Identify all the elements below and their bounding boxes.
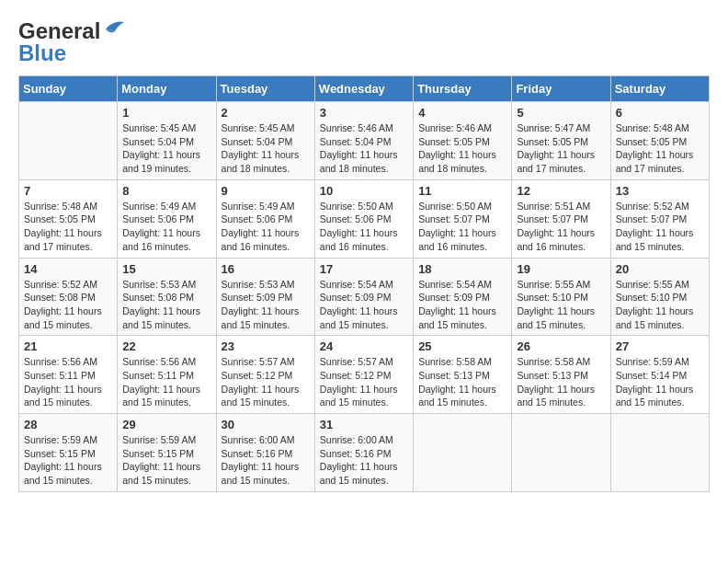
calendar-cell: 30Sunrise: 6:00 AM Sunset: 5:16 PM Dayli… bbox=[216, 414, 314, 492]
cell-info: Sunrise: 5:51 AM Sunset: 5:07 PM Dayligh… bbox=[517, 200, 605, 254]
calendar-cell bbox=[19, 102, 118, 180]
calendar-header-tuesday: Tuesday bbox=[216, 76, 314, 102]
calendar-cell: 24Sunrise: 5:57 AM Sunset: 5:12 PM Dayli… bbox=[314, 336, 413, 414]
day-number: 14 bbox=[24, 262, 112, 276]
cell-info: Sunrise: 5:53 AM Sunset: 5:08 PM Dayligh… bbox=[122, 278, 210, 332]
cell-info: Sunrise: 5:59 AM Sunset: 5:14 PM Dayligh… bbox=[616, 355, 704, 409]
day-number: 19 bbox=[517, 262, 605, 276]
day-number: 15 bbox=[122, 262, 210, 276]
cell-info: Sunrise: 5:45 AM Sunset: 5:04 PM Dayligh… bbox=[222, 121, 310, 176]
calendar-cell: 5Sunrise: 5:47 AM Sunset: 5:05 PM Daylig… bbox=[512, 102, 610, 180]
cell-info: Sunrise: 5:55 AM Sunset: 5:10 PM Dayligh… bbox=[517, 278, 605, 332]
day-number: 6 bbox=[616, 106, 704, 120]
cell-info: Sunrise: 5:50 AM Sunset: 5:07 PM Dayligh… bbox=[418, 200, 506, 254]
logo-bird-icon bbox=[102, 17, 128, 37]
cell-info: Sunrise: 5:49 AM Sunset: 5:06 PM Dayligh… bbox=[122, 200, 210, 254]
day-number: 16 bbox=[222, 262, 310, 276]
day-number: 25 bbox=[418, 339, 506, 353]
calendar-cell: 10Sunrise: 5:50 AM Sunset: 5:06 PM Dayli… bbox=[314, 179, 413, 258]
day-number: 24 bbox=[320, 339, 408, 353]
cell-info: Sunrise: 5:46 AM Sunset: 5:05 PM Dayligh… bbox=[418, 121, 506, 176]
calendar-cell: 16Sunrise: 5:53 AM Sunset: 5:09 PM Dayli… bbox=[216, 258, 314, 336]
day-number: 4 bbox=[418, 106, 506, 120]
calendar-cell: 2Sunrise: 5:45 AM Sunset: 5:04 PM Daylig… bbox=[216, 102, 314, 180]
calendar-cell: 22Sunrise: 5:56 AM Sunset: 5:11 PM Dayli… bbox=[118, 336, 216, 414]
day-number: 20 bbox=[616, 262, 704, 276]
day-number: 23 bbox=[222, 339, 310, 353]
calendar-cell: 9Sunrise: 5:49 AM Sunset: 5:06 PM Daylig… bbox=[216, 179, 314, 258]
cell-info: Sunrise: 6:00 AM Sunset: 5:16 PM Dayligh… bbox=[320, 433, 408, 488]
calendar-cell: 13Sunrise: 5:52 AM Sunset: 5:07 PM Dayli… bbox=[610, 179, 709, 258]
cell-info: Sunrise: 5:59 AM Sunset: 5:15 PM Dayligh… bbox=[122, 433, 210, 488]
calendar-cell: 25Sunrise: 5:58 AM Sunset: 5:13 PM Dayli… bbox=[414, 336, 512, 414]
calendar-cell: 8Sunrise: 5:49 AM Sunset: 5:06 PM Daylig… bbox=[118, 179, 216, 258]
calendar-cell: 15Sunrise: 5:53 AM Sunset: 5:08 PM Dayli… bbox=[118, 258, 216, 336]
cell-info: Sunrise: 5:54 AM Sunset: 5:09 PM Dayligh… bbox=[320, 278, 408, 332]
day-number: 28 bbox=[24, 418, 112, 431]
logo: General Blue bbox=[18, 18, 128, 66]
calendar-cell: 11Sunrise: 5:50 AM Sunset: 5:07 PM Dayli… bbox=[414, 179, 512, 258]
calendar-header-friday: Friday bbox=[512, 76, 610, 102]
calendar-table: SundayMondayTuesdayWednesdayThursdayFrid… bbox=[18, 75, 710, 492]
calendar-cell: 18Sunrise: 5:54 AM Sunset: 5:09 PM Dayli… bbox=[414, 258, 512, 336]
cell-info: Sunrise: 5:48 AM Sunset: 5:05 PM Dayligh… bbox=[24, 200, 112, 254]
calendar-cell: 3Sunrise: 5:46 AM Sunset: 5:04 PM Daylig… bbox=[314, 102, 413, 180]
cell-info: Sunrise: 5:52 AM Sunset: 5:08 PM Dayligh… bbox=[24, 278, 112, 332]
day-number: 1 bbox=[122, 106, 210, 120]
calendar-cell bbox=[512, 414, 610, 492]
calendar-cell: 27Sunrise: 5:59 AM Sunset: 5:14 PM Dayli… bbox=[610, 336, 709, 414]
calendar-header-row: SundayMondayTuesdayWednesdayThursdayFrid… bbox=[19, 76, 710, 102]
cell-info: Sunrise: 5:55 AM Sunset: 5:10 PM Dayligh… bbox=[616, 278, 704, 332]
calendar-week-row: 14Sunrise: 5:52 AM Sunset: 5:08 PM Dayli… bbox=[19, 258, 710, 336]
day-number: 27 bbox=[616, 339, 704, 353]
cell-info: Sunrise: 5:53 AM Sunset: 5:09 PM Dayligh… bbox=[222, 278, 310, 332]
day-number: 8 bbox=[122, 184, 210, 198]
calendar-cell: 28Sunrise: 5:59 AM Sunset: 5:15 PM Dayli… bbox=[19, 414, 118, 492]
day-number: 7 bbox=[24, 184, 112, 198]
cell-info: Sunrise: 5:45 AM Sunset: 5:04 PM Dayligh… bbox=[122, 121, 210, 176]
page-header: General Blue bbox=[18, 18, 710, 66]
day-number: 11 bbox=[418, 184, 506, 198]
cell-info: Sunrise: 5:52 AM Sunset: 5:07 PM Dayligh… bbox=[616, 200, 704, 254]
cell-info: Sunrise: 5:54 AM Sunset: 5:09 PM Dayligh… bbox=[418, 278, 506, 332]
cell-info: Sunrise: 6:00 AM Sunset: 5:16 PM Dayligh… bbox=[222, 433, 310, 488]
calendar-cell: 31Sunrise: 6:00 AM Sunset: 5:16 PM Dayli… bbox=[314, 414, 413, 492]
calendar-week-row: 1Sunrise: 5:45 AM Sunset: 5:04 PM Daylig… bbox=[19, 102, 710, 180]
day-number: 29 bbox=[122, 418, 210, 431]
cell-info: Sunrise: 5:47 AM Sunset: 5:05 PM Dayligh… bbox=[517, 121, 605, 176]
calendar-cell: 26Sunrise: 5:58 AM Sunset: 5:13 PM Dayli… bbox=[512, 336, 610, 414]
logo-blue: Blue bbox=[18, 40, 66, 66]
calendar-cell bbox=[610, 414, 709, 492]
calendar-cell: 21Sunrise: 5:56 AM Sunset: 5:11 PM Dayli… bbox=[19, 336, 118, 414]
day-number: 12 bbox=[517, 184, 605, 198]
cell-info: Sunrise: 5:56 AM Sunset: 5:11 PM Dayligh… bbox=[24, 355, 112, 409]
calendar-cell: 4Sunrise: 5:46 AM Sunset: 5:05 PM Daylig… bbox=[414, 102, 512, 180]
calendar-cell: 19Sunrise: 5:55 AM Sunset: 5:10 PM Dayli… bbox=[512, 258, 610, 336]
calendar-cell: 17Sunrise: 5:54 AM Sunset: 5:09 PM Dayli… bbox=[314, 258, 413, 336]
day-number: 21 bbox=[24, 339, 112, 353]
calendar-cell: 20Sunrise: 5:55 AM Sunset: 5:10 PM Dayli… bbox=[610, 258, 709, 336]
cell-info: Sunrise: 5:58 AM Sunset: 5:13 PM Dayligh… bbox=[517, 355, 605, 409]
day-number: 9 bbox=[222, 184, 310, 198]
day-number: 2 bbox=[222, 106, 310, 120]
calendar-cell: 1Sunrise: 5:45 AM Sunset: 5:04 PM Daylig… bbox=[118, 102, 216, 180]
calendar-cell: 29Sunrise: 5:59 AM Sunset: 5:15 PM Dayli… bbox=[118, 414, 216, 492]
calendar-header-wednesday: Wednesday bbox=[314, 76, 413, 102]
calendar-header-monday: Monday bbox=[118, 76, 216, 102]
day-number: 17 bbox=[320, 262, 408, 276]
calendar-cell: 12Sunrise: 5:51 AM Sunset: 5:07 PM Dayli… bbox=[512, 179, 610, 258]
calendar-cell: 23Sunrise: 5:57 AM Sunset: 5:12 PM Dayli… bbox=[216, 336, 314, 414]
cell-info: Sunrise: 5:56 AM Sunset: 5:11 PM Dayligh… bbox=[122, 355, 210, 409]
cell-info: Sunrise: 5:57 AM Sunset: 5:12 PM Dayligh… bbox=[222, 355, 310, 409]
cell-info: Sunrise: 5:49 AM Sunset: 5:06 PM Dayligh… bbox=[222, 200, 310, 254]
day-number: 31 bbox=[320, 418, 408, 431]
calendar-cell: 14Sunrise: 5:52 AM Sunset: 5:08 PM Dayli… bbox=[19, 258, 118, 336]
cell-info: Sunrise: 5:58 AM Sunset: 5:13 PM Dayligh… bbox=[418, 355, 506, 409]
day-number: 30 bbox=[222, 418, 310, 431]
day-number: 13 bbox=[616, 184, 704, 198]
calendar-week-row: 21Sunrise: 5:56 AM Sunset: 5:11 PM Dayli… bbox=[19, 336, 710, 414]
day-number: 10 bbox=[320, 184, 408, 198]
calendar-header-thursday: Thursday bbox=[414, 76, 512, 102]
calendar-cell bbox=[414, 414, 512, 492]
day-number: 5 bbox=[517, 106, 605, 120]
